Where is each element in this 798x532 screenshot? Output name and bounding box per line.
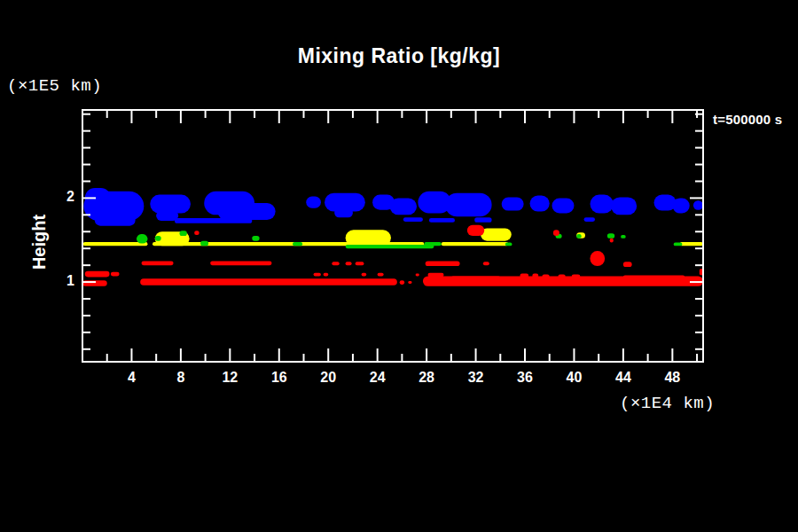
field-blob-red: [451, 276, 500, 279]
field-blob-green: [155, 236, 161, 241]
field-blob-blue: [611, 197, 637, 215]
field-blob-red: [553, 230, 559, 236]
field-blob-red: [623, 275, 685, 278]
field-blob-blue: [502, 197, 524, 210]
field-blob-blue: [156, 211, 178, 221]
field-blob-green: [252, 236, 259, 241]
plot-window: Mixing Ratio [kg/kg] (×1E5 km) t=500000 …: [0, 0, 798, 532]
field-blob-red: [140, 278, 397, 286]
field-blob-blue: [654, 195, 677, 211]
field-blob-red: [314, 273, 321, 277]
field-blob-yellow: [442, 242, 509, 246]
field-blob-red: [590, 251, 605, 266]
field-blob-blue: [217, 203, 275, 220]
field-blob-green: [505, 243, 512, 246]
field-blob-blue: [530, 196, 550, 212]
field-blob-red: [332, 262, 339, 265]
x-axis-tick-label: 16: [253, 370, 306, 386]
plot-area: [0, 0, 798, 532]
field-blob-blue: [584, 217, 595, 222]
field-blob-red: [467, 225, 484, 236]
x-axis-tick-label: 32: [450, 370, 503, 386]
y-axis-tick-label: 1: [46, 273, 74, 289]
field-blob-blue: [445, 193, 492, 217]
field-blob-red: [356, 262, 364, 265]
x-axis-tick-label: 36: [498, 370, 552, 386]
field-blob-yellow: [346, 230, 391, 246]
field-blob-blue: [693, 200, 703, 209]
field-blob-green: [200, 241, 208, 246]
field-blob-green: [607, 233, 614, 239]
field-blob-red: [623, 262, 632, 267]
x-axis-tick-label: 20: [301, 370, 355, 386]
field-blob-blue: [150, 195, 191, 214]
field-blob-red: [610, 239, 614, 243]
x-axis-tick-label: 24: [351, 370, 404, 386]
field-blob-yellow: [481, 228, 512, 240]
field-blob-green: [137, 234, 147, 243]
field-blob-green: [674, 243, 683, 246]
field-blob-blue: [95, 215, 136, 225]
field-blob-red: [210, 261, 271, 265]
field-blob-yellow: [83, 242, 148, 246]
field-blob-blue: [308, 199, 314, 204]
field-blob-red: [111, 272, 120, 277]
field-blob-red: [142, 261, 174, 265]
field-blob-blue: [390, 198, 417, 215]
x-axis-tick-label: 44: [597, 370, 650, 386]
field-blob-red: [416, 274, 419, 277]
field-blob-red: [324, 273, 329, 277]
field-blob-red: [362, 273, 367, 277]
x-axis-tick-label: 48: [645, 370, 699, 386]
field-blob-blue: [672, 198, 689, 213]
field-blob-blue: [474, 217, 491, 223]
field-blob-green: [576, 234, 582, 239]
field-blobs-layer: [82, 188, 703, 286]
field-blob-red: [426, 261, 460, 266]
x-axis-tick-label: 4: [105, 370, 158, 386]
field-blob-blue: [590, 195, 613, 214]
field-blob-blue: [334, 208, 353, 217]
field-blob-green: [346, 245, 434, 248]
field-blob-yellow: [680, 242, 703, 246]
field-blob-green: [621, 235, 626, 239]
x-axis-tick-label: 12: [203, 370, 256, 386]
field-blob-green: [293, 242, 302, 246]
field-blob-blue: [552, 198, 575, 213]
field-blob-red: [85, 271, 110, 278]
x-axis-tick-label: 28: [400, 370, 453, 386]
field-blob-blue: [403, 217, 423, 222]
field-blob-blue: [175, 218, 252, 223]
field-blob-blue: [429, 218, 455, 223]
field-blob-red: [194, 231, 200, 235]
field-blob-green: [180, 231, 187, 236]
y-axis-tick-label: 2: [46, 189, 74, 205]
x-axis-tick-label: 8: [154, 370, 207, 386]
field-blob-red: [346, 262, 352, 265]
x-axis-tick-label: 40: [547, 370, 600, 386]
field-blob-red: [378, 273, 384, 277]
field-blob-red: [408, 281, 411, 284]
field-blob-red: [483, 262, 489, 265]
field-blob-green: [424, 242, 441, 246]
field-blob-red: [400, 280, 405, 285]
